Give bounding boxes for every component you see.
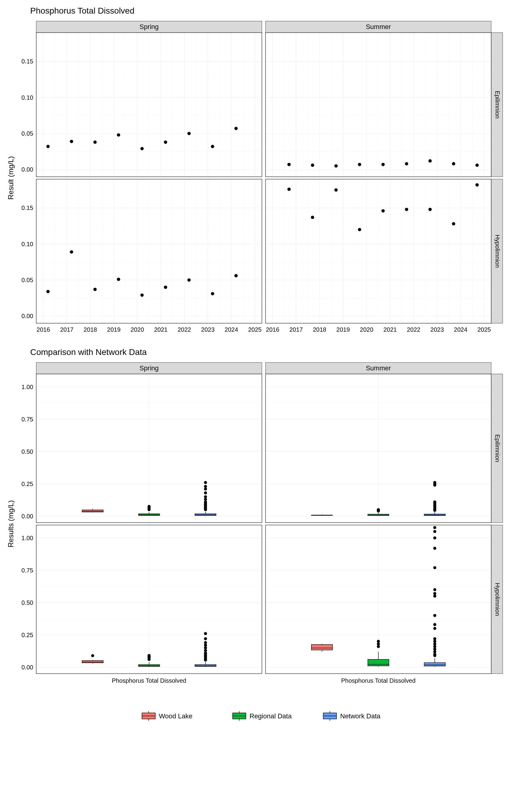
legend: Wood LakeRegional DataNetwork Data: [6, 707, 516, 725]
svg-point-43: [211, 145, 214, 148]
svg-point-361: [433, 643, 436, 646]
svg-point-115: [70, 250, 73, 253]
svg-point-231: [204, 498, 207, 501]
svg-text:0.00: 0.00: [21, 313, 33, 319]
svg-point-166: [311, 216, 314, 219]
svg-text:Epilimnion: Epilimnion: [494, 90, 501, 118]
svg-point-234: [204, 488, 207, 491]
svg-text:0.00: 0.00: [21, 664, 33, 671]
svg-text:2022: 2022: [407, 326, 421, 333]
svg-text:0.50: 0.50: [21, 599, 33, 606]
svg-text:1.00: 1.00: [21, 384, 33, 390]
svg-text:2023: 2023: [430, 326, 444, 333]
svg-text:2021: 2021: [154, 326, 168, 333]
svg-point-85: [476, 163, 479, 167]
svg-text:1.00: 1.00: [21, 535, 33, 541]
svg-point-118: [140, 293, 144, 297]
svg-point-373: [433, 530, 436, 533]
svg-text:Summer: Summer: [366, 23, 391, 31]
svg-point-364: [433, 627, 436, 630]
svg-text:Summer: Summer: [366, 364, 391, 372]
svg-text:2022: 2022: [178, 326, 191, 333]
svg-text:2020: 2020: [360, 326, 374, 333]
svg-point-171: [428, 208, 432, 211]
svg-point-368: [433, 592, 436, 595]
svg-point-318: [204, 646, 207, 649]
svg-point-37: [70, 140, 73, 143]
svg-point-264: [377, 509, 380, 512]
svg-text:0.00: 0.00: [21, 166, 33, 173]
svg-point-374: [433, 526, 436, 529]
svg-point-81: [382, 163, 385, 166]
svg-point-276: [433, 501, 436, 504]
svg-point-350: [377, 643, 380, 646]
svg-text:0.25: 0.25: [21, 481, 33, 487]
svg-rect-308: [195, 665, 216, 666]
svg-point-362: [433, 640, 436, 643]
svg-text:0.15: 0.15: [21, 204, 33, 211]
svg-point-305: [148, 654, 151, 657]
svg-point-217: [148, 506, 151, 509]
svg-point-369: [433, 588, 436, 591]
svg-point-370: [433, 566, 436, 569]
svg-text:2017: 2017: [60, 326, 74, 333]
svg-point-321: [204, 637, 207, 640]
svg-point-119: [164, 285, 167, 289]
svg-point-365: [433, 623, 436, 626]
svg-rect-347: [368, 659, 389, 666]
svg-point-358: [433, 650, 436, 653]
svg-point-41: [164, 140, 167, 144]
svg-text:Hypolimnion: Hypolimnion: [494, 235, 501, 268]
svg-point-44: [235, 127, 238, 130]
svg-point-38: [93, 140, 97, 144]
svg-text:Hypolimnion: Hypolimnion: [494, 583, 501, 616]
svg-text:Result (mg/L): Result (mg/L): [7, 156, 15, 200]
svg-point-116: [93, 288, 97, 291]
svg-point-78: [311, 163, 314, 167]
svg-text:0.10: 0.10: [21, 94, 33, 101]
scatter-chart: Result (mg/L)SpringSummerEpilimnionHypol…: [6, 18, 516, 338]
svg-point-230: [204, 501, 207, 504]
svg-point-39: [117, 133, 120, 137]
svg-point-359: [433, 648, 436, 651]
svg-point-121: [211, 292, 214, 296]
svg-point-170: [405, 208, 408, 211]
svg-text:0.50: 0.50: [21, 448, 33, 455]
svg-rect-207: [82, 510, 103, 512]
svg-point-363: [433, 637, 436, 640]
svg-rect-354: [424, 663, 445, 666]
svg-point-319: [204, 644, 207, 647]
svg-text:2025: 2025: [477, 326, 491, 333]
chart2-title: Comparison with Network Data: [30, 347, 516, 357]
svg-point-77: [287, 163, 290, 166]
svg-point-167: [335, 188, 338, 191]
svg-point-351: [377, 640, 380, 643]
svg-text:Spring: Spring: [140, 364, 159, 372]
svg-point-79: [335, 164, 338, 168]
svg-text:2016: 2016: [266, 326, 279, 333]
svg-point-371: [433, 547, 436, 550]
svg-point-232: [204, 495, 207, 498]
svg-text:0.10: 0.10: [21, 241, 33, 247]
svg-point-40: [140, 147, 144, 150]
svg-text:2021: 2021: [383, 326, 397, 333]
svg-text:2018: 2018: [84, 326, 97, 333]
svg-rect-294: [82, 661, 103, 663]
svg-rect-299: [139, 665, 160, 666]
svg-point-235: [204, 485, 207, 488]
svg-point-279: [433, 481, 436, 484]
svg-point-366: [433, 614, 436, 617]
svg-point-84: [452, 162, 455, 165]
svg-text:2020: 2020: [130, 326, 144, 333]
svg-point-42: [187, 132, 190, 135]
svg-text:2016: 2016: [37, 326, 50, 333]
svg-point-322: [204, 632, 207, 635]
svg-text:0.00: 0.00: [21, 513, 33, 520]
svg-text:0.05: 0.05: [21, 277, 33, 283]
svg-point-296: [91, 654, 94, 657]
svg-point-349: [377, 645, 380, 648]
svg-text:Epilimnion: Epilimnion: [494, 434, 501, 462]
svg-text:Regional Data: Regional Data: [249, 712, 292, 720]
svg-point-172: [452, 222, 455, 225]
svg-text:Wood Lake: Wood Lake: [159, 712, 193, 720]
